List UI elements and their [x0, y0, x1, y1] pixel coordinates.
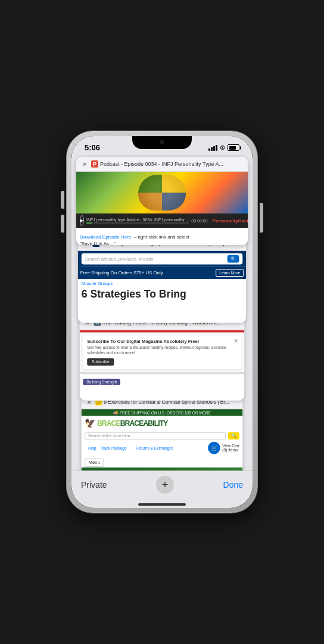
podcast-label: INFJ personality type Advice - 0034: INF… — [86, 218, 189, 222]
podcast-thumbnail — [76, 172, 248, 213]
save-link-desc: "Save Link As…" — [80, 241, 244, 245]
ba-exercises-banner: 🏔 EXERCISESTO TREAT — [82, 467, 243, 470]
bb-search-button[interactable]: 🔍 — [228, 255, 239, 263]
done-button[interactable]: Done — [223, 480, 243, 490]
signal-icon — [208, 145, 217, 151]
bb-muscle-groups-link[interactable]: Muscle Groups — [78, 279, 246, 288]
ba-search-row: Search entire store here... 🔍 — [82, 431, 243, 441]
tab-favicon-1: P — [91, 160, 98, 168]
cp-popup-body: Get free access to over a thousand healt… — [87, 345, 237, 355]
ba-shipping-text: FREE SHIPPING ON U.S. ORDERS $35 OR MORE — [120, 411, 211, 415]
volume-down-button[interactable] — [61, 215, 64, 233]
ba-logo-icon: 🦅 — [85, 418, 96, 429]
cp-popup-close[interactable]: ✕ — [233, 338, 238, 344]
podcast-content: Download Episode Here – right click link… — [76, 228, 248, 245]
progress-bar — [86, 222, 189, 224]
tab-card-2[interactable]: ✕ B 6 Strategies To Bring Up Your Middle… — [78, 236, 246, 323]
cp-subscribe-button[interactable]: Subscribe — [87, 358, 114, 366]
bb-shipping-text: Free Shipping On Orders $75+ US Only — [80, 270, 163, 275]
brain-image — [138, 175, 186, 210]
download-desc: – right click link and select — [134, 234, 189, 240]
bb-article-title: 6 Strategies To Bring — [78, 288, 246, 302]
ba-returns-link[interactable]: Returns & Exchanges — [136, 446, 174, 450]
ba-help-link[interactable]: Help — [88, 446, 96, 450]
ba-view-cart-link[interactable]: View Cart — [222, 444, 239, 448]
ba-menu-button[interactable]: Menu — [85, 459, 104, 467]
wifi-icon: ⊛ — [220, 144, 225, 151]
home-indicator — [71, 501, 253, 508]
cp-divider — [80, 372, 244, 374]
bb-search-placeholder: Search articles, products, brands — [85, 256, 154, 262]
bb-search-bar: Search articles, products, brands 🔍 — [78, 251, 246, 267]
tab-card-1[interactable]: ✕ P Podcast - Episode 0034 - INFJ Person… — [76, 157, 248, 245]
play-button[interactable]: ▶ — [80, 215, 84, 226]
power-button[interactable] — [260, 203, 263, 233]
ba-logo-text: BRACEBRACEABILITY — [97, 419, 167, 428]
tab-header-1: ✕ P Podcast - Episode 0034 - INFJ Person… — [76, 157, 248, 172]
status-icons: ⊛ — [208, 144, 239, 151]
ba-cart-icon[interactable]: 🛒 — [208, 442, 220, 454]
tab-title-1: Podcast - Episode 0034 - INFJ Personalit… — [100, 161, 244, 167]
battery-icon — [228, 144, 239, 151]
phone-frame: 5:06 ⊛ — [67, 131, 257, 513]
notch — [132, 136, 192, 149]
podcast-info: INFJ personality type Advice - 0034: INF… — [86, 218, 189, 224]
home-bar — [138, 503, 186, 506]
download-episode-link[interactable]: Download Episode Here — [80, 234, 131, 240]
tab-card-4[interactable]: ✕ 🔑 9 Exercises for Lumbar & Cervical Sp… — [82, 395, 243, 470]
ba-track-link[interactable]: Track Package — [101, 446, 127, 450]
bb-shipping-bar: Free Shipping On Orders $75+ US Only Lea… — [78, 267, 246, 279]
cp-brand-bar — [80, 330, 244, 333]
ba-cart-area: 🛒 View Cart (0) Items — [208, 442, 239, 454]
ba-cart-items: (0) Items — [222, 448, 239, 452]
ph-watermark: PersonalityHacker.com — [213, 218, 248, 224]
bb-search-input[interactable]: Search articles, products, brands 🔍 — [82, 253, 242, 265]
bottom-toolbar: Private + Done — [71, 470, 253, 501]
bb-learn-more-button[interactable]: Learn More — [216, 269, 244, 277]
ba-free-shipping-icon: 🚚 — [113, 410, 118, 415]
private-tab-button[interactable]: Private — [81, 480, 107, 490]
ba-shipping-bar: 🚚 FREE SHIPPING ON U.S. ORDERS $35 OR MO… — [82, 409, 243, 416]
tab-card-3[interactable]: ✕ W The "Cutting Phase" In Body Building… — [80, 316, 244, 401]
cp-subscribe-popup: ✕ Subscribe To Our Digital Magazine Abso… — [82, 335, 242, 370]
front-camera — [160, 140, 164, 144]
ba-logo-area: 🦅 BRACEBRACEABILITY — [82, 416, 243, 431]
tab-close-1[interactable]: ✕ — [80, 159, 89, 169]
new-tab-button[interactable]: + — [156, 476, 174, 494]
podcast-time: 00:00:00 — [191, 219, 207, 223]
tabs-area: ✕ P Podcast - Episode 0034 - INFJ Person… — [71, 154, 253, 470]
progress-fill — [86, 222, 92, 224]
ba-nav-links: Help Track Package Returns & Exchanges — [85, 445, 177, 451]
ba-search-button[interactable]: 🔍 — [228, 432, 239, 439]
podcast-player: ▶ INFJ personality type Advice - 0034: I… — [76, 213, 248, 228]
cp-building-strength-tag[interactable]: Building Strength — [83, 379, 121, 385]
cp-popup-title: Subscribe To Our Digital Magazine Absolu… — [87, 339, 237, 344]
ba-search-input[interactable]: Search entire store here... — [85, 432, 226, 439]
status-time: 5:06 — [85, 143, 100, 152]
volume-up-button[interactable] — [61, 191, 64, 209]
